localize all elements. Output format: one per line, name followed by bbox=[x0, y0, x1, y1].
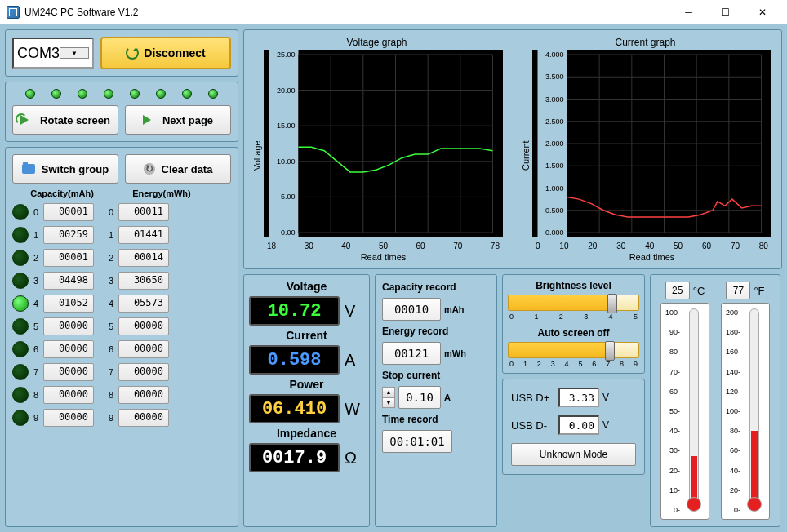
group-index: 9 bbox=[107, 413, 115, 423]
screenoff-slider[interactable] bbox=[508, 342, 639, 358]
group-index: 3 bbox=[107, 276, 115, 286]
refresh-icon bbox=[126, 47, 139, 60]
temp-c-button[interactable]: 25 bbox=[665, 282, 690, 299]
group-led[interactable] bbox=[12, 295, 29, 312]
status-led bbox=[51, 89, 61, 99]
group-energy-value[interactable]: 00000 bbox=[118, 363, 169, 381]
voltage-plot: 25.0020.0015.0010.005.000.00 bbox=[264, 50, 503, 237]
group-index: 7 bbox=[107, 367, 115, 377]
impedance-lcd: 0017.9 bbox=[249, 443, 340, 472]
group-energy-value[interactable]: 05573 bbox=[118, 295, 169, 313]
group-led[interactable] bbox=[12, 204, 29, 220]
group-led[interactable] bbox=[12, 387, 29, 403]
group-energy-value[interactable]: 00000 bbox=[118, 317, 169, 335]
folder-icon bbox=[22, 164, 35, 174]
svg-text:20.00: 20.00 bbox=[277, 86, 296, 95]
group-index: 8 bbox=[32, 390, 40, 400]
svg-text:3.000: 3.000 bbox=[545, 95, 564, 104]
svg-text:0.000: 0.000 bbox=[545, 228, 564, 237]
usb-mode-button[interactable]: Unknown Mode bbox=[511, 443, 636, 466]
stop-current-down[interactable]: ▼ bbox=[382, 397, 395, 408]
app-icon bbox=[7, 6, 20, 19]
com-port-value: COM3 bbox=[17, 45, 60, 62]
group-capacity-value[interactable]: 00000 bbox=[43, 340, 94, 358]
status-led bbox=[208, 89, 218, 99]
com-port-select[interactable]: COM3 ▼ bbox=[12, 38, 94, 69]
svg-text:15.00: 15.00 bbox=[277, 122, 296, 130]
status-led bbox=[104, 89, 113, 99]
group-capacity-value[interactable]: 00000 bbox=[43, 409, 94, 427]
group-led[interactable] bbox=[12, 273, 29, 289]
svg-text:2.000: 2.000 bbox=[545, 140, 564, 148]
brightness-slider[interactable] bbox=[508, 295, 639, 311]
window-titlebar: UM24C PC Software V1.2 ─ ☐ ✕ bbox=[0, 0, 787, 24]
group-energy-value[interactable]: 00011 bbox=[118, 203, 169, 221]
group-energy-value[interactable]: 00000 bbox=[118, 340, 169, 358]
switch-group-button[interactable]: Switch group bbox=[12, 154, 118, 184]
group-energy-value[interactable]: 00000 bbox=[118, 409, 169, 427]
svg-text:1.000: 1.000 bbox=[545, 184, 564, 193]
group-index: 5 bbox=[32, 321, 40, 331]
svg-text:3.500: 3.500 bbox=[545, 73, 564, 81]
sliders-panel: Brightness level 012345 Auto screen off … bbox=[502, 274, 645, 374]
next-page-button[interactable]: Next page bbox=[125, 105, 231, 135]
group-index: 4 bbox=[32, 299, 40, 308]
svg-text:5.00: 5.00 bbox=[281, 193, 296, 201]
maximize-button[interactable]: ☐ bbox=[707, 1, 744, 24]
close-button[interactable]: ✕ bbox=[744, 1, 780, 24]
group-index: 9 bbox=[32, 413, 40, 423]
energy-record-value: 00121 bbox=[382, 342, 441, 365]
voltage-graph: Voltage graph Voltage 25.0020.0015.0010.… bbox=[247, 33, 509, 265]
group-index: 6 bbox=[32, 344, 40, 354]
group-energy-value[interactable]: 00000 bbox=[118, 386, 169, 404]
stop-current-up[interactable]: ▲ bbox=[382, 387, 395, 397]
clear-data-button[interactable]: Clear data bbox=[125, 154, 231, 184]
svg-text:25.00: 25.00 bbox=[277, 51, 296, 59]
group-led[interactable] bbox=[12, 227, 29, 243]
group-led[interactable] bbox=[12, 250, 29, 266]
current-lcd: 0.598 bbox=[249, 345, 340, 375]
group-led[interactable] bbox=[12, 318, 29, 335]
temp-f-button[interactable]: 77 bbox=[726, 282, 750, 299]
group-index: 3 bbox=[32, 276, 40, 286]
minimize-button[interactable]: ─ bbox=[670, 1, 707, 24]
group-index: 2 bbox=[107, 253, 115, 263]
group-capacity-value[interactable]: 00000 bbox=[43, 317, 94, 335]
group-led[interactable] bbox=[12, 364, 29, 380]
records-panel: Capacity record 00010mAh Energy record 0… bbox=[375, 274, 497, 527]
disconnect-button[interactable]: Disconnect bbox=[100, 37, 231, 69]
group-capacity-value[interactable]: 00000 bbox=[43, 363, 94, 381]
energy-header: Energy(mWh) bbox=[112, 188, 211, 198]
power-lcd: 06.410 bbox=[249, 394, 340, 423]
usb-dminus-value[interactable] bbox=[558, 415, 599, 435]
svg-rect-0 bbox=[269, 50, 299, 237]
group-energy-value[interactable]: 01441 bbox=[118, 226, 169, 244]
group-capacity-value[interactable]: 00001 bbox=[43, 249, 94, 267]
svg-text:0.500: 0.500 bbox=[545, 206, 564, 215]
status-led bbox=[130, 89, 140, 99]
group-capacity-value[interactable]: 04498 bbox=[43, 272, 94, 290]
group-energy-value[interactable]: 30650 bbox=[118, 272, 169, 290]
capacity-record-value: 00010 bbox=[382, 298, 441, 321]
thermometer-c: 100-90-80-70-60-50-40-30-20-10-0- bbox=[660, 303, 709, 520]
group-capacity-value[interactable]: 00001 bbox=[43, 203, 94, 221]
group-index: 2 bbox=[32, 253, 40, 263]
rotate-screen-button[interactable]: Rotate screen bbox=[12, 105, 118, 135]
time-record-value: 00:01:01 bbox=[382, 430, 452, 453]
svg-text:4.000: 4.000 bbox=[545, 51, 564, 59]
usb-panel: USB D+V USB D-V Unknown Mode bbox=[502, 379, 645, 475]
group-capacity-value[interactable]: 00259 bbox=[43, 226, 94, 244]
group-index: 1 bbox=[107, 230, 115, 240]
chevron-down-icon: ▼ bbox=[60, 47, 89, 59]
current-graph: Current graph Current 4.0003.5003.0002.5… bbox=[516, 33, 778, 265]
usb-dplus-value[interactable] bbox=[558, 388, 599, 407]
group-led[interactable] bbox=[12, 341, 29, 357]
current-plot: 4.0003.5003.0002.5002.0001.5001.0000.500… bbox=[532, 50, 771, 237]
svg-text:1.500: 1.500 bbox=[545, 162, 564, 170]
group-energy-value[interactable]: 00014 bbox=[118, 249, 169, 267]
group-led[interactable] bbox=[12, 410, 29, 426]
group-capacity-value[interactable]: 00000 bbox=[43, 386, 94, 404]
group-capacity-value[interactable]: 01052 bbox=[43, 295, 94, 313]
svg-text:0.00: 0.00 bbox=[281, 228, 296, 237]
stop-current-value[interactable]: 0.10 bbox=[398, 386, 441, 409]
